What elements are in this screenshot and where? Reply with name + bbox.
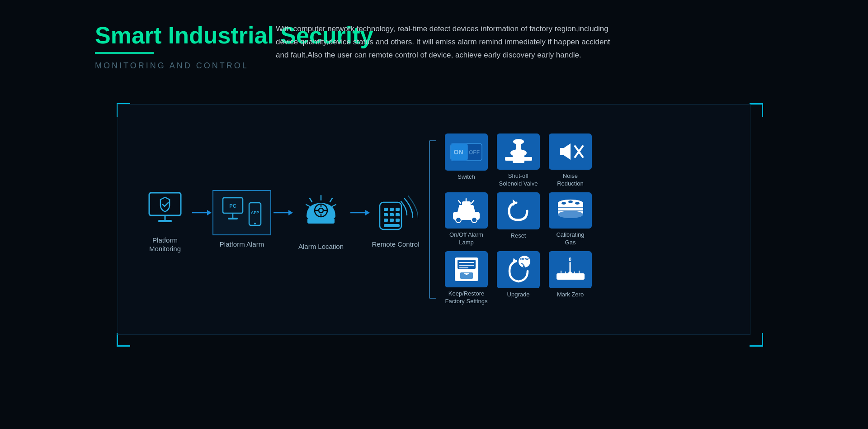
- platform-monitoring-icon: [145, 191, 185, 227]
- calibrating-label: CalibratingGas: [556, 231, 584, 247]
- shutoff-icon: [503, 137, 534, 167]
- factory-icon-box: [445, 251, 488, 287]
- remote-control-label: Remote Control: [372, 240, 419, 249]
- factory-label: Keep/RestoreFactory Settings: [445, 290, 488, 305]
- svg-rect-32: [396, 208, 400, 211]
- arrow-1: [190, 208, 212, 217]
- svg-text:OFF: OFF: [469, 149, 480, 156]
- svg-point-57: [456, 217, 461, 223]
- flow-item-platform-monitoring: PlatformMonitoring: [140, 186, 190, 253]
- description: With computer network technology, real-t…: [276, 23, 619, 62]
- calibrating-icon: [555, 196, 586, 224]
- svg-marker-28: [365, 210, 370, 215]
- platform-monitoring-label: PlatformMonitoring: [149, 236, 181, 253]
- platform-monitoring-icon-box: [140, 186, 190, 231]
- diagram-inner: PlatformMonitoring PC: [118, 104, 750, 335]
- mark-zero-label: Mark Zero: [557, 291, 584, 299]
- alarm-lamp-label: On/Off AlarmLamp: [449, 231, 483, 247]
- phone-icon: APP: [248, 201, 262, 229]
- upgrade-label: Upgrade: [507, 291, 530, 299]
- alarm-location-icon-box: [294, 188, 348, 238]
- alarm-lamp-icon-box: [445, 192, 488, 229]
- pc-app-icon-box: PC APP: [212, 190, 271, 235]
- noise-icon-box: [549, 133, 592, 170]
- flow-item-alarm-location: Alarm Location: [294, 188, 348, 251]
- control-item-mark-zero: 0 Mark Zero: [547, 251, 594, 305]
- platform-alarm-label: Platform Alarm: [220, 240, 264, 249]
- pc-icon: PC: [222, 197, 244, 229]
- subtitle: MONITORING AND CONTROL: [95, 61, 773, 71]
- noise-label: NoiseReduction: [557, 172, 584, 188]
- svg-line-26: [332, 205, 336, 206]
- svg-marker-4: [207, 210, 212, 215]
- svg-rect-52: [505, 157, 514, 161]
- calibrating-icon-box: [549, 192, 592, 229]
- pc-app-inner: PC APP: [222, 197, 262, 229]
- factory-icon: [451, 255, 482, 283]
- upgrade-icon: NEW: [503, 255, 534, 285]
- svg-point-89: [568, 272, 572, 275]
- shutoff-label: Shut-offSolenoid Valve: [499, 172, 538, 188]
- control-item-calibrating: CalibratingGas: [547, 192, 594, 247]
- svg-point-69: [575, 202, 580, 205]
- switch-icon-box: ON OFF: [445, 133, 488, 171]
- title-underline: [95, 52, 154, 54]
- svg-rect-30: [384, 208, 388, 211]
- svg-marker-13: [288, 210, 293, 215]
- control-item-shutoff: Shut-offSolenoid Valve: [495, 133, 542, 188]
- svg-point-58: [472, 217, 477, 223]
- corner-bottom-right: [750, 333, 763, 347]
- page: Smart Industrial Security MONITORING AND…: [0, 0, 868, 429]
- control-item-reset: Reset: [495, 192, 542, 247]
- control-grid: ON OFF Switch: [443, 133, 594, 305]
- svg-text:PC: PC: [229, 203, 236, 209]
- arrow-2: [271, 208, 294, 217]
- flow-item-remote-control: Remote Control: [371, 190, 420, 249]
- bracket-section: ON OFF Switch: [427, 133, 594, 305]
- remote-control-icon-box: [371, 190, 420, 235]
- svg-rect-47: [451, 144, 467, 160]
- flow-item-platform-alarm: PC APP Platform Alarm: [212, 190, 271, 249]
- mark-zero-icon-box: 0: [549, 251, 592, 288]
- svg-rect-37: [390, 219, 394, 222]
- svg-rect-31: [390, 208, 394, 211]
- svg-point-51: [513, 139, 524, 144]
- svg-point-10: [254, 223, 256, 224]
- switch-icon: ON OFF: [449, 140, 483, 165]
- svg-point-68: [568, 200, 573, 203]
- svg-rect-34: [390, 213, 394, 216]
- svg-line-60: [458, 200, 461, 203]
- control-item-upgrade: NEW Upgrade: [495, 251, 542, 305]
- alarm-location-label: Alarm Location: [298, 242, 344, 251]
- svg-line-24: [330, 198, 332, 202]
- svg-text:APP: APP: [251, 210, 259, 215]
- svg-rect-36: [384, 219, 388, 222]
- svg-point-67: [561, 202, 566, 205]
- svg-line-22: [310, 198, 312, 202]
- bracket: [427, 140, 438, 299]
- svg-marker-63: [513, 199, 516, 206]
- svg-rect-53: [523, 157, 532, 161]
- upgrade-icon-box: NEW: [497, 251, 540, 288]
- control-item-factory: Keep/RestoreFactory Settings: [443, 251, 490, 305]
- svg-rect-39: [384, 224, 400, 227]
- svg-rect-7: [228, 218, 238, 219]
- remote-control-icon: [373, 192, 418, 233]
- noise-icon: [555, 138, 586, 165]
- svg-rect-38: [396, 219, 400, 222]
- control-item-switch: ON OFF Switch: [443, 133, 490, 188]
- corner-bottom-left: [117, 333, 130, 347]
- arrow-3: [348, 208, 371, 217]
- svg-text:0: 0: [569, 257, 571, 262]
- reset-icon: [504, 197, 533, 224]
- reset-icon-box: [497, 192, 540, 229]
- reset-label: Reset: [511, 232, 526, 240]
- svg-rect-33: [384, 213, 388, 216]
- control-item-noise: NoiseReduction: [547, 133, 594, 188]
- svg-text:NEW: NEW: [520, 257, 528, 261]
- corner-top-right: [750, 103, 763, 117]
- shutoff-icon-box: [497, 133, 540, 170]
- switch-label: Switch: [458, 173, 475, 181]
- svg-point-66: [558, 211, 583, 218]
- mark-zero-icon: 0: [554, 256, 587, 283]
